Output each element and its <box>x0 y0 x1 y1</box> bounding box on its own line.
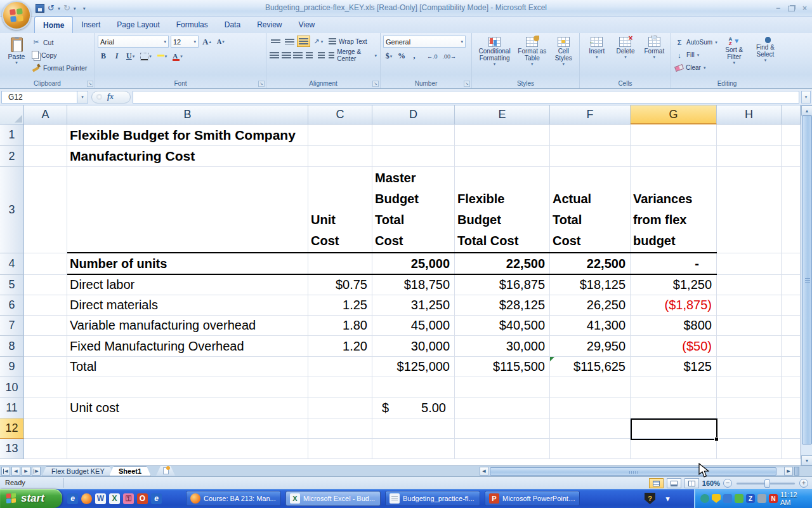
cell-A10[interactable] <box>24 377 67 398</box>
cell-C5[interactable]: $0.75 <box>308 275 372 295</box>
cell-D7[interactable]: 45,000 <box>372 316 455 336</box>
comma-style-button[interactable]: , <box>409 50 420 62</box>
cell-C3[interactable]: Unit Cost <box>308 167 372 253</box>
row-header-10[interactable]: 10 <box>0 377 24 398</box>
wrap-text-button[interactable]: Wrap Text <box>327 36 369 47</box>
cell-partial5[interactable] <box>782 275 801 295</box>
cell-C8[interactable]: 1.20 <box>308 336 372 357</box>
cell-partial4[interactable] <box>782 253 801 275</box>
font-family-select[interactable]: Arial▾ <box>98 36 169 48</box>
scroll-up-icon[interactable]: ▲ <box>801 105 812 116</box>
sheet-tab-sheet1[interactable]: Sheet1 <box>109 466 151 476</box>
cell-B10[interactable] <box>67 377 308 398</box>
cell-B1[interactable]: Flexible Budget for Smith Company <box>67 124 308 146</box>
cell-F4[interactable]: 22,500 <box>550 253 631 275</box>
cell-A8[interactable] <box>24 336 67 357</box>
merge-center-button[interactable]: Merge & Center ▾ <box>327 50 378 61</box>
clipboard-dialog-launcher-icon[interactable]: ↘ <box>87 81 93 87</box>
cell-B9[interactable]: Total <box>67 357 308 377</box>
close-button[interactable]: × <box>802 4 807 13</box>
increase-indent-button[interactable] <box>316 50 327 61</box>
row-header-9[interactable]: 9 <box>0 357 24 377</box>
cell-G5[interactable]: $1,250 <box>631 275 717 295</box>
column-header-D[interactable]: D <box>372 105 455 124</box>
row-header-13[interactable]: 13 <box>0 439 24 459</box>
borders-button[interactable]: ▾ <box>138 50 154 62</box>
bold-button[interactable]: B <box>98 50 109 62</box>
number-dialog-launcher-icon[interactable]: ↘ <box>464 81 470 87</box>
underline-button[interactable]: U▾ <box>124 50 136 62</box>
delete-cells-button[interactable]: Delete ▾ <box>611 36 639 77</box>
cell-partial7[interactable] <box>782 316 801 336</box>
font-dialog-launcher-icon[interactable]: ↘ <box>258 81 265 87</box>
cell-C4[interactable] <box>308 253 372 275</box>
cell-C10[interactable] <box>308 377 372 398</box>
row-header-3[interactable]: 3 <box>0 167 24 253</box>
cell-G7[interactable]: $800 <box>631 316 717 336</box>
excel-icon[interactable]: X <box>109 493 120 504</box>
cell-G3[interactable]: Variances from flex budget <box>631 167 717 253</box>
row-header-5[interactable]: 5 <box>0 275 24 295</box>
cell-G10[interactable] <box>631 377 717 398</box>
first-sheet-icon[interactable]: ◀ <box>1 467 10 476</box>
column-header-B[interactable]: B <box>67 105 308 124</box>
cell-G4[interactable]: - <box>631 253 717 275</box>
row-header-2[interactable]: 2 <box>0 146 24 167</box>
cell-A7[interactable] <box>24 316 67 336</box>
column-header-G[interactable]: G <box>631 105 717 124</box>
cell-B12[interactable] <box>67 418 308 439</box>
vertical-scrollbar[interactable]: ▲ ▼ <box>801 105 812 465</box>
middle-align-button[interactable] <box>283 36 296 47</box>
cell-D4[interactable]: 25,000 <box>372 253 455 275</box>
cell-C1[interactable] <box>308 124 372 146</box>
cell-H11[interactable] <box>717 398 782 418</box>
undo-dropdown-icon[interactable]: ▾ <box>58 6 60 11</box>
zoom-out-button[interactable]: − <box>723 479 732 488</box>
cell-partial11[interactable] <box>782 398 801 418</box>
cell-A5[interactable] <box>24 275 67 295</box>
tray-shield-icon[interactable] <box>712 494 721 503</box>
format-cells-button[interactable]: Format ▾ <box>640 36 669 77</box>
restore-button[interactable] <box>788 6 795 11</box>
cell-E1[interactable] <box>455 124 550 146</box>
safely-remove-icon[interactable]: ▾ <box>662 493 673 504</box>
cell-E11[interactable] <box>455 398 550 418</box>
cell-D8[interactable]: 30,000 <box>372 336 455 357</box>
previous-sheet-icon[interactable]: ◀ <box>11 467 20 476</box>
number-format-select[interactable]: General▾ <box>383 36 466 48</box>
cell-H12[interactable] <box>717 418 782 439</box>
name-box-dropdown-icon[interactable]: ▾ <box>77 91 88 104</box>
conditional-formatting-button[interactable]: Conditional Formatting ▾ <box>475 36 514 77</box>
cell-partial1[interactable] <box>782 124 801 146</box>
decrease-indent-button[interactable] <box>304 50 315 61</box>
cell-partial3[interactable] <box>782 167 801 253</box>
name-box[interactable]: G12 <box>1 91 77 104</box>
expand-formula-bar-icon[interactable]: ▾ <box>801 91 811 104</box>
tab-data[interactable]: Data <box>216 17 249 33</box>
insert-worksheet-button[interactable] <box>156 466 175 476</box>
taskbar-button-powerpoint[interactable]: P Microsoft PowerPoint ... <box>485 491 580 506</box>
cell-G13[interactable] <box>631 439 717 459</box>
cell-partial6[interactable] <box>782 295 801 316</box>
cell-G6[interactable]: ($1,875) <box>631 295 717 316</box>
cell-A2[interactable] <box>24 146 67 167</box>
accounting-format-button[interactable]: $▾ <box>383 50 395 62</box>
cell-H13[interactable] <box>717 439 782 459</box>
top-align-button[interactable] <box>269 36 282 47</box>
column-header-partial[interactable] <box>782 105 801 124</box>
horizontal-scrollbar[interactable]: ◀ ▶ <box>480 467 799 476</box>
cell-B2[interactable]: Manufacturing Cost <box>67 146 308 167</box>
cell-D10[interactable] <box>372 377 455 398</box>
cell-G1[interactable] <box>631 124 717 146</box>
insert-cells-button[interactable]: Insert ▾ <box>582 36 611 77</box>
alignment-dialog-launcher-icon[interactable]: ↘ <box>372 81 379 87</box>
horizontal-scrollbar-thumb[interactable] <box>490 467 776 476</box>
cell-E2[interactable] <box>455 146 550 167</box>
cell-H3[interactable] <box>717 167 782 253</box>
grow-font-button[interactable]: A▴ <box>200 36 213 48</box>
cell-E12[interactable] <box>455 418 550 439</box>
tray-blue-app-icon[interactable] <box>723 494 732 503</box>
row-header-12[interactable]: 12 <box>0 418 24 439</box>
align-left-button[interactable] <box>269 50 280 61</box>
taskbar-button-excel[interactable]: X Microsoft Excel - Bud... <box>285 491 381 506</box>
